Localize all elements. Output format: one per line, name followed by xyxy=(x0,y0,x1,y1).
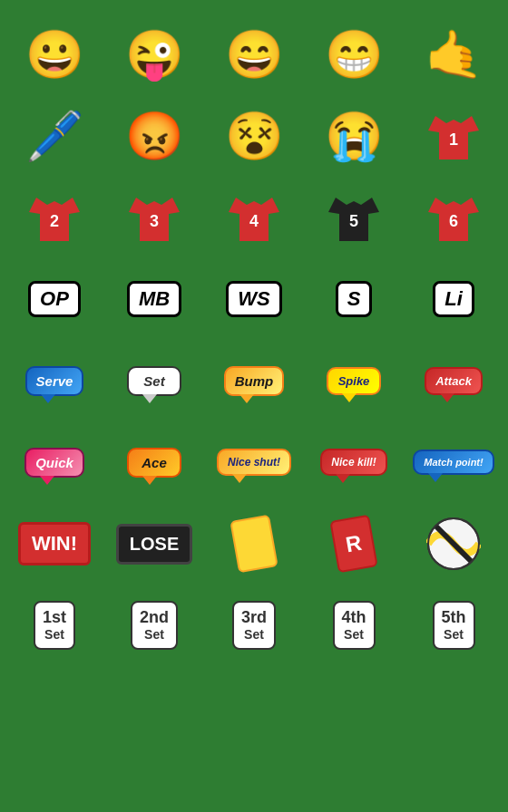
pos-li-label: Li xyxy=(433,281,474,317)
svg-text:5: 5 xyxy=(349,212,358,230)
face-happy-icon: 😀 xyxy=(25,31,84,78)
jersey-4-icon: 4 xyxy=(225,188,283,246)
lose-badge: LOSE xyxy=(116,524,192,565)
set-4th-num: 4th xyxy=(342,608,366,628)
bubble-nicekill-cell: Nice kill! xyxy=(308,426,399,498)
shirt-4-cell: 4 xyxy=(209,181,299,254)
volleyball-cell xyxy=(408,508,499,580)
set-4th-cell: 4th Set xyxy=(308,589,399,662)
set-2nd-text: Set xyxy=(140,627,169,643)
set-2nd-label: 2nd Set xyxy=(131,601,178,650)
win-badge: WIN! xyxy=(18,522,91,566)
set-5th-text: Set xyxy=(442,627,466,643)
set-1st-label: 1st Set xyxy=(34,601,75,650)
set-2nd-cell: 2nd Set xyxy=(109,589,200,662)
face-wink-icon: 😜 xyxy=(125,31,184,78)
set-3rd-num: 3rd xyxy=(241,608,267,628)
set-3rd-text: Set xyxy=(241,627,267,643)
svg-text:2: 2 xyxy=(50,212,59,230)
shirt-1-cell: 1 xyxy=(408,100,499,172)
volleyball-icon xyxy=(426,517,481,571)
face-cell-6: 🖊️ xyxy=(9,100,100,172)
shirt-6-cell: 6 xyxy=(408,181,499,254)
set-4th-text: Set xyxy=(342,627,366,643)
face-cell-8: 😵 xyxy=(209,100,299,172)
face-cell-3: 😄 xyxy=(209,18,299,91)
svg-text:6: 6 xyxy=(449,212,458,230)
set-5th-label: 5th Set xyxy=(433,601,475,650)
face-laugh-icon: 😄 xyxy=(225,31,284,78)
set-1st-cell: 1st Set xyxy=(9,589,100,662)
shirt-2-cell: 2 xyxy=(9,181,100,254)
pos-ws-cell: WS xyxy=(209,263,299,335)
face-cell-4: 😁 xyxy=(308,18,399,91)
yellow-card-cell xyxy=(209,508,299,580)
face-pencil-icon: 🖊️ xyxy=(25,112,84,160)
red-card-icon: R xyxy=(329,515,377,574)
jersey-3-icon: 3 xyxy=(125,188,183,246)
shirt-3-cell: 3 xyxy=(109,181,200,254)
face-cell-9: 😭 xyxy=(308,100,399,172)
bump-bubble: Bump xyxy=(224,366,285,396)
pos-li-cell: Li xyxy=(408,263,499,335)
face-grin-icon: 😁 xyxy=(325,31,384,78)
bubble-set-cell: Set xyxy=(109,344,200,417)
pos-op-label: OP xyxy=(28,281,81,317)
niceshut-bubble: Nice shut! xyxy=(217,449,291,476)
set-2nd-num: 2nd xyxy=(140,608,169,628)
bubble-serve-cell: Serve xyxy=(9,344,100,417)
bubble-spike-cell: Spike xyxy=(308,344,399,417)
face-cry-icon: 😭 xyxy=(325,112,384,160)
pos-s-cell: S xyxy=(308,263,399,335)
face-angry-icon: 😡 xyxy=(125,112,184,160)
bubble-attack-cell: Attack xyxy=(408,344,499,417)
shirt-5-cell: 5 xyxy=(308,181,399,254)
nicekill-bubble: Nice kill! xyxy=(320,449,386,476)
bubble-bump-cell: Bump xyxy=(209,344,299,417)
red-card-letter: R xyxy=(344,530,364,558)
pos-s-label: S xyxy=(336,281,373,317)
set-5th-cell: 5th Set xyxy=(408,589,499,662)
set-4th-label: 4th Set xyxy=(333,601,376,650)
set-bubble: Set xyxy=(127,366,181,396)
lose-cell: LOSE xyxy=(109,508,200,580)
face-cell-5: 🤙 xyxy=(408,18,499,91)
set-1st-text: Set xyxy=(43,627,66,643)
bubble-quick-cell: Quick xyxy=(9,426,100,498)
pos-op-cell: OP xyxy=(9,263,100,335)
bubble-matchpoint-cell: Match point! xyxy=(408,426,499,498)
jersey-5-icon: 5 xyxy=(325,188,383,246)
serve-bubble: Serve xyxy=(25,366,84,396)
pos-mb-cell: MB xyxy=(109,263,200,335)
jersey-1-icon: 1 xyxy=(425,107,483,165)
face-cell-1: 😀 xyxy=(9,18,100,91)
set-3rd-label: 3rd Set xyxy=(232,601,276,650)
jersey-2-icon: 2 xyxy=(25,188,83,246)
yellow-card-icon xyxy=(230,515,278,574)
ace-bubble: Ace xyxy=(127,448,181,478)
svg-text:4: 4 xyxy=(249,212,259,230)
pos-mb-label: MB xyxy=(127,281,181,317)
svg-text:1: 1 xyxy=(449,130,458,149)
face-cell-2: 😜 xyxy=(109,18,200,91)
face-ok-icon: 🤙 xyxy=(425,31,484,78)
emoji-grid: 😀 😜 😄 😁 🤙 🖊️ 😡 😵 😭 1 2 xyxy=(9,18,499,662)
matchpoint-bubble: Match point! xyxy=(413,450,493,475)
face-dizzy-icon: 😵 xyxy=(225,112,284,160)
pos-ws-label: WS xyxy=(226,281,281,317)
red-card-cell: R xyxy=(308,508,399,580)
bubble-niceshut-cell: Nice shut! xyxy=(209,426,299,498)
face-cell-7: 😡 xyxy=(109,100,200,172)
svg-text:3: 3 xyxy=(150,212,159,230)
spike-bubble: Spike xyxy=(327,367,381,395)
set-5th-num: 5th xyxy=(442,608,466,628)
jersey-6-icon: 6 xyxy=(425,188,483,246)
set-3rd-cell: 3rd Set xyxy=(209,589,299,662)
attack-bubble: Attack xyxy=(425,367,483,395)
win-cell: WIN! xyxy=(9,508,100,580)
quick-bubble: Quick xyxy=(24,448,84,478)
bubble-ace-cell: Ace xyxy=(109,426,200,498)
set-1st-num: 1st xyxy=(43,608,66,628)
